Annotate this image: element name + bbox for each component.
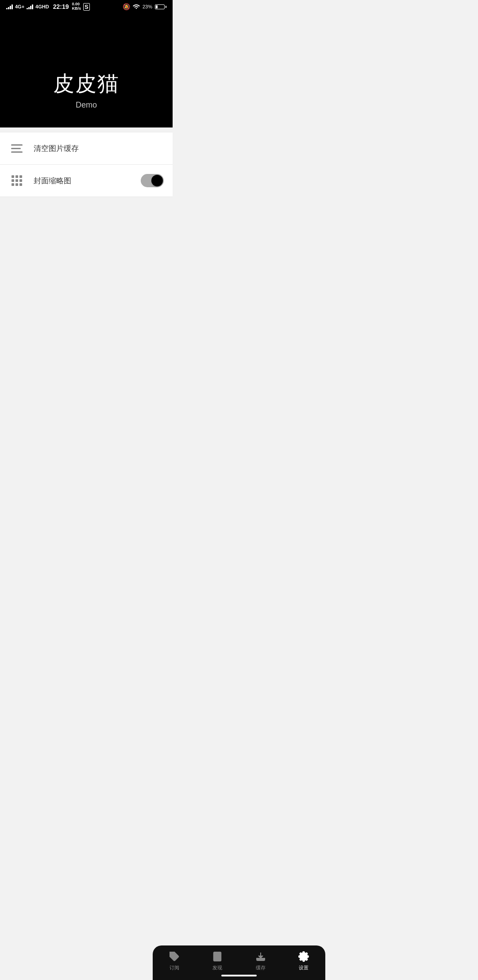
mute-icon: 🔕 xyxy=(123,3,130,10)
status-right: 🔕 23% xyxy=(123,3,166,10)
network-speed: 0.00 KB/s xyxy=(72,2,81,11)
settings-item-clear-cache[interactable]: 清空图片缓存 xyxy=(0,132,173,165)
s-icon: S xyxy=(83,3,90,11)
clear-cache-icon xyxy=(9,140,25,156)
hamburger-icon xyxy=(11,144,23,153)
signal-icon-1 xyxy=(6,4,13,9)
battery-icon xyxy=(155,4,166,9)
cover-thumbnail-label: 封面缩略图 xyxy=(34,176,141,186)
cover-thumbnail-icon xyxy=(9,173,25,189)
settings-item-cover-thumbnail: 封面缩略图 xyxy=(0,165,173,197)
time: 22:19 xyxy=(53,3,69,10)
status-bar: 4G+ 4GHD 22:19 0.00 KB/s S 🔕 23% xyxy=(0,0,173,12)
main-content: 清空图片缓存 封面缩略图 xyxy=(0,132,173,246)
network-type-2: 4GHD xyxy=(35,4,49,9)
status-left: 4G+ 4GHD 22:19 0.00 KB/s S xyxy=(6,2,90,11)
settings-list: 清空图片缓存 封面缩略图 xyxy=(0,132,173,197)
app-title: 皮皮猫 xyxy=(53,69,120,98)
toggle-track xyxy=(141,174,164,187)
network-type-1: 4G+ xyxy=(15,4,24,9)
hero-section: 皮皮猫 Demo xyxy=(0,12,173,127)
toggle-thumb xyxy=(151,175,163,186)
battery-percent: 23% xyxy=(143,4,152,9)
grid-icon xyxy=(12,175,22,186)
signal-icon-2 xyxy=(27,4,33,9)
wifi-icon xyxy=(133,4,140,10)
app-subtitle: Demo xyxy=(76,100,97,110)
clear-cache-label: 清空图片缓存 xyxy=(34,143,164,154)
cover-thumbnail-toggle[interactable] xyxy=(141,174,164,187)
